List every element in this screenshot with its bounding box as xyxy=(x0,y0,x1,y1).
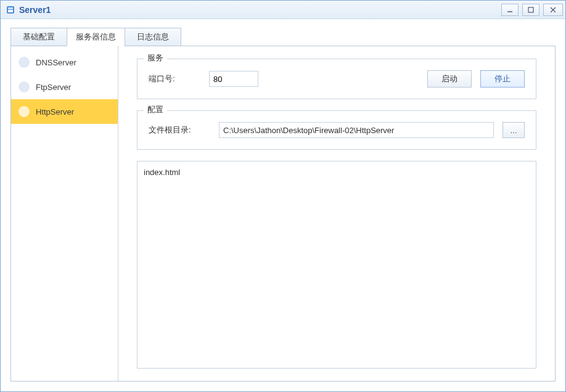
root-dir-input[interactable] xyxy=(219,122,494,138)
sidebar-item-httpserver[interactable]: HttpServer xyxy=(11,99,118,124)
port-label: 端口号: xyxy=(149,73,200,84)
close-button[interactable] xyxy=(543,4,563,16)
sidebar-item-dnsserver[interactable]: DNSServer xyxy=(11,50,118,75)
sidebar-item-label: FtpServer xyxy=(36,83,71,92)
window-title: Server1 xyxy=(19,5,501,15)
stop-button[interactable]: 停止 xyxy=(480,70,525,88)
config-legend: 配置 xyxy=(144,104,167,115)
browse-button[interactable]: ... xyxy=(502,122,525,138)
tab-row: 基础配置 服务器信息 日志信息 xyxy=(10,28,556,46)
svg-rect-1 xyxy=(8,10,13,12)
app-icon xyxy=(6,5,15,15)
root-dir-label: 文件根目录: xyxy=(149,125,210,136)
status-dot-icon xyxy=(18,81,30,92)
service-legend: 服务 xyxy=(144,52,167,63)
service-row: 端口号: 启动 停止 xyxy=(149,70,525,88)
tab-basic-config[interactable]: 基础配置 xyxy=(10,28,67,46)
titlebar: Server1 xyxy=(1,1,565,19)
server-sidebar: DNSServer FtpServer HttpServer xyxy=(11,46,118,381)
config-group: 配置 文件根目录: ... xyxy=(137,110,536,150)
file-list[interactable]: index.html xyxy=(137,161,536,369)
maximize-button[interactable] xyxy=(522,4,539,16)
status-dot-icon xyxy=(18,57,30,68)
sidebar-item-label: HttpServer xyxy=(36,107,74,116)
config-row: 文件根目录: ... xyxy=(149,122,525,138)
main-panel: 服务 端口号: 启动 停止 配置 文件根目录: ... xyxy=(118,46,555,381)
service-group: 服务 端口号: 启动 停止 xyxy=(137,59,536,99)
app-window: Server1 基础配置 服务器信息 日志信息 DNSServer xyxy=(0,0,566,392)
sidebar-item-label: DNSServer xyxy=(36,58,76,67)
file-item[interactable]: index.html xyxy=(144,166,530,178)
window-controls xyxy=(501,4,563,16)
start-button[interactable]: 启动 xyxy=(427,70,472,88)
tab-server-info[interactable]: 服务器信息 xyxy=(67,28,125,46)
svg-rect-2 xyxy=(8,7,13,9)
svg-rect-4 xyxy=(528,7,533,12)
minimize-button[interactable] xyxy=(501,4,519,16)
tab-log-info[interactable]: 日志信息 xyxy=(125,28,181,46)
sidebar-item-ftpserver[interactable]: FtpServer xyxy=(11,75,118,99)
port-input[interactable] xyxy=(209,71,258,87)
status-dot-icon xyxy=(18,106,30,117)
tab-content: DNSServer FtpServer HttpServer 服务 端口号: xyxy=(10,46,556,382)
body-area: 基础配置 服务器信息 日志信息 DNSServer FtpServer Http… xyxy=(1,19,565,391)
